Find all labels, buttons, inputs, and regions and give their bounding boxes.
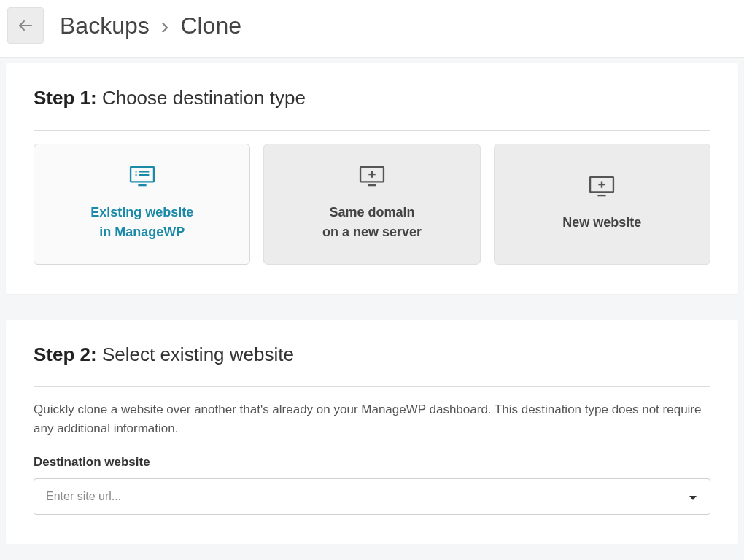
destination-options: Existing website in ManageWP Same domain… xyxy=(34,144,710,265)
select-placeholder: Enter site url... xyxy=(46,490,121,503)
option-same-domain[interactable]: Same domain on a new server xyxy=(263,144,480,265)
option-label: Existing website in ManageWP xyxy=(90,203,193,242)
destination-website-label: Destination website xyxy=(34,455,710,470)
page-header: Backups › Clone xyxy=(0,0,744,58)
add-monitor-icon xyxy=(588,175,616,200)
breadcrumb-root[interactable]: Backups xyxy=(60,12,150,39)
step1-title-text: Choose destination type xyxy=(97,87,306,109)
list-monitor-icon xyxy=(128,165,156,190)
add-monitor-icon xyxy=(358,165,386,190)
arrow-left-icon xyxy=(17,17,34,34)
step2-title: Step 2: Select existing website xyxy=(34,343,710,366)
step2-panel: Step 2: Select existing website Quickly … xyxy=(6,320,738,544)
step1-panel: Step 1: Choose destination type Existing… xyxy=(6,63,738,294)
caret-down-icon xyxy=(689,490,697,503)
step2-number: Step 2: xyxy=(34,343,97,365)
option-existing-website[interactable]: Existing website in ManageWP xyxy=(34,144,250,265)
step1-number: Step 1: xyxy=(34,87,97,109)
option-label: New website xyxy=(562,213,641,233)
step2-description: Quickly clone a website over another tha… xyxy=(34,400,710,439)
breadcrumb-current: Clone xyxy=(180,12,241,39)
option-label: Same domain on a new server xyxy=(322,203,422,242)
destination-website-select[interactable]: Enter site url... xyxy=(34,478,710,515)
breadcrumb: Backups › Clone xyxy=(60,12,241,39)
option-new-website[interactable]: New website xyxy=(494,144,710,265)
step1-title: Step 1: Choose destination type xyxy=(34,87,710,109)
breadcrumb-separator: › xyxy=(161,12,169,39)
divider xyxy=(34,130,710,131)
step2-title-text: Select existing website xyxy=(97,343,294,365)
back-button[interactable] xyxy=(7,7,44,44)
divider xyxy=(34,386,710,387)
